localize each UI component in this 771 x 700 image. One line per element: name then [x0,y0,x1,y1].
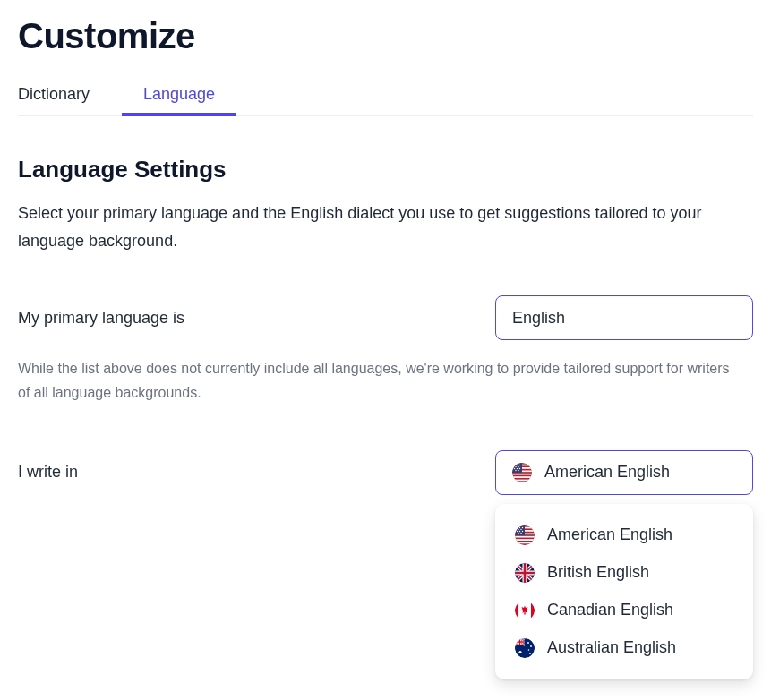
dialect-option-canadian[interactable]: Canadian English [495,592,753,629]
primary-language-value: English [512,309,565,328]
us-flag-icon [515,525,535,545]
dialect-option-american[interactable]: American English [495,516,753,554]
primary-language-select[interactable]: English [495,295,753,340]
ca-flag-icon [515,601,535,620]
dialect-option-australian[interactable]: Australian English [495,629,753,667]
dialect-dropdown: American English British English Canadia… [495,504,753,679]
tabs: Dictionary Language [18,78,753,116]
dialect-option-label: Australian English [547,638,676,657]
dialect-row: I write in American English American Eng… [18,450,753,495]
au-flag-icon [515,638,535,658]
tab-dictionary[interactable]: Dictionary [18,78,106,116]
chevron-down-icon [724,466,736,479]
dialect-option-label: British English [547,563,649,582]
us-flag-icon [512,463,532,482]
page-title: Customize [18,16,753,56]
section-description: Select your primary language and the Eng… [18,200,734,254]
gb-flag-icon [515,563,535,583]
dialect-select[interactable]: American English [495,450,753,495]
primary-language-row: My primary language is English [18,295,753,340]
dialect-option-label: American English [547,525,672,544]
dialect-label: I write in [18,463,78,482]
dialect-value: American English [544,463,670,482]
dialect-option-british[interactable]: British English [495,554,753,592]
primary-language-hint: While the list above does not currently … [18,356,734,405]
tab-language[interactable]: Language [122,78,236,116]
primary-language-label: My primary language is [18,309,184,328]
section-title: Language Settings [18,156,753,184]
chevron-down-icon [724,312,736,324]
dialect-option-label: Canadian English [547,601,673,619]
